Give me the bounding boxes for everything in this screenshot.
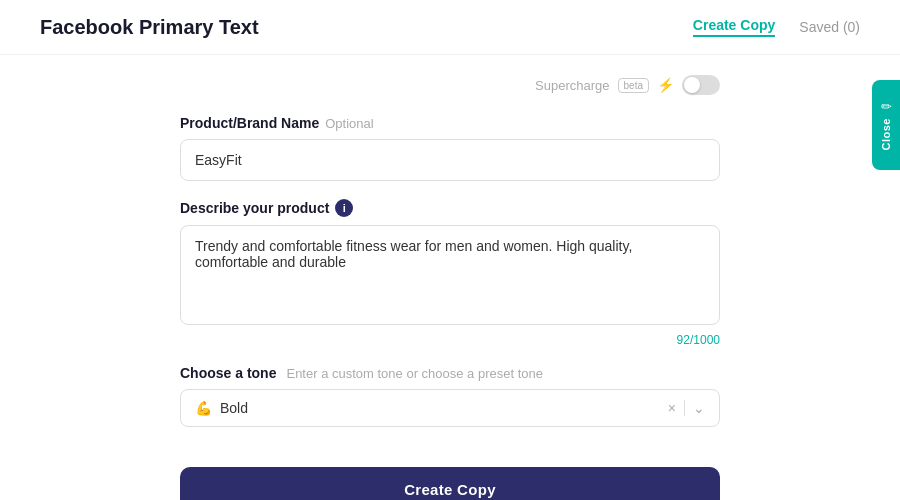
main-content: Supercharge beta ⚡ Product/Brand Name Op…	[0, 55, 900, 500]
describe-product-textarea[interactable]: Trendy and comfortable fitness wear for …	[180, 225, 720, 325]
char-count: 92/1000	[180, 333, 720, 347]
info-icon[interactable]: i	[335, 199, 353, 217]
close-tab-label: Close	[880, 118, 892, 150]
tone-clear-button[interactable]: ×	[668, 400, 676, 416]
tone-emoji: 💪	[195, 400, 212, 416]
describe-product-group: Describe your product i Trendy and comfo…	[180, 199, 720, 347]
beta-badge: beta	[618, 78, 649, 93]
header: Facebook Primary Text Create Copy Saved …	[0, 0, 900, 55]
describe-label: Describe your product i	[180, 199, 720, 217]
product-brand-label: Product/Brand Name Optional	[180, 115, 720, 131]
close-tab[interactable]: ✏ Close	[872, 80, 900, 170]
page-title: Facebook Primary Text	[40, 16, 259, 39]
toggle-knob	[684, 77, 700, 93]
tone-group: Choose a tone Enter a custom tone or cho…	[180, 365, 720, 427]
tone-hint: Enter a custom tone or choose a preset t…	[286, 366, 543, 381]
tone-select[interactable]: 💪 Bold × ⌄	[180, 389, 720, 427]
supercharge-label: Supercharge	[535, 78, 609, 93]
optional-label: Optional	[325, 116, 373, 131]
header-nav: Create Copy Saved (0)	[693, 17, 860, 37]
supercharge-toggle[interactable]	[682, 75, 720, 95]
create-copy-tab[interactable]: Create Copy	[693, 17, 775, 37]
tone-label: Choose a tone	[180, 365, 276, 381]
tone-chevron-icon[interactable]: ⌄	[693, 400, 705, 416]
tone-value: Bold	[220, 400, 248, 416]
product-brand-group: Product/Brand Name Optional	[180, 115, 720, 181]
tone-divider	[684, 400, 685, 416]
tone-label-row: Choose a tone Enter a custom tone or cho…	[180, 365, 720, 381]
product-brand-input[interactable]	[180, 139, 720, 181]
tone-select-right: × ⌄	[668, 400, 705, 416]
lightning-icon: ⚡	[657, 77, 674, 93]
tone-select-left: 💪 Bold	[195, 400, 248, 416]
create-copy-button[interactable]: Create Copy	[180, 467, 720, 500]
supercharge-bar: Supercharge beta ⚡	[180, 75, 720, 95]
saved-tab[interactable]: Saved (0)	[799, 19, 860, 35]
close-tab-icon: ✏	[881, 99, 892, 114]
